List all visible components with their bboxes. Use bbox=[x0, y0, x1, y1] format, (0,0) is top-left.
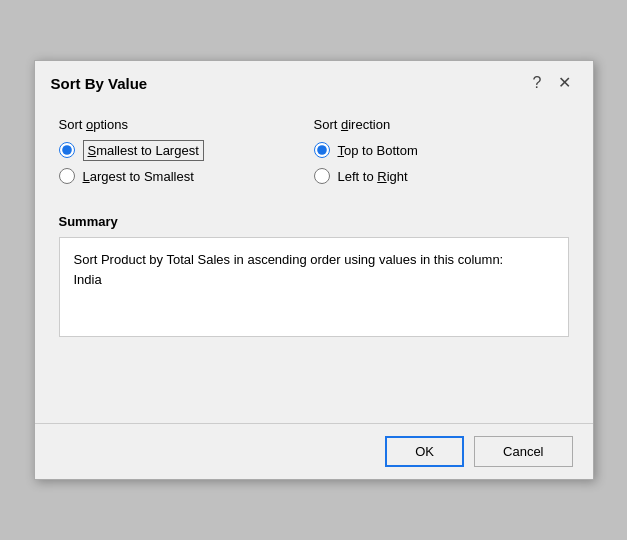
radio-largest-to-smallest-input[interactable] bbox=[59, 168, 75, 184]
cancel-button[interactable]: Cancel bbox=[474, 436, 572, 467]
radio-smallest-to-largest-input[interactable] bbox=[59, 142, 75, 158]
sort-options-group: Sort options Smallest to Largest Largest… bbox=[59, 117, 314, 194]
sort-options-label: Sort options bbox=[59, 117, 314, 132]
help-button[interactable]: ? bbox=[527, 73, 548, 93]
radio-top-to-bottom-input[interactable] bbox=[314, 142, 330, 158]
ok-button[interactable]: OK bbox=[385, 436, 464, 467]
left-to-right-label: Left to Right bbox=[338, 169, 408, 184]
radio-left-to-right[interactable]: Left to Right bbox=[314, 168, 569, 184]
dialog-title: Sort By Value bbox=[51, 75, 148, 92]
sort-direction-group: Sort direction Top to Bottom Left to Rig… bbox=[314, 117, 569, 194]
radio-left-to-right-input[interactable] bbox=[314, 168, 330, 184]
radio-top-to-bottom[interactable]: Top to Bottom bbox=[314, 142, 569, 158]
sort-direction-label: Sort direction bbox=[314, 117, 569, 132]
radio-smallest-to-largest[interactable]: Smallest to Largest bbox=[59, 142, 314, 158]
radio-largest-to-smallest[interactable]: Largest to Smallest bbox=[59, 168, 314, 184]
title-bar: Sort By Value ? ✕ bbox=[35, 61, 593, 101]
dialog-body: Sort options Smallest to Largest Largest… bbox=[35, 101, 593, 423]
title-bar-controls: ? ✕ bbox=[527, 73, 577, 93]
summary-label: Summary bbox=[59, 214, 569, 229]
top-to-bottom-label: Top to Bottom bbox=[338, 143, 418, 158]
sort-by-value-dialog: Sort By Value ? ✕ Sort options Smallest … bbox=[34, 60, 594, 480]
summary-box: Sort Product by Total Sales in ascending… bbox=[59, 237, 569, 337]
summary-text: Sort Product by Total Sales in ascending… bbox=[74, 252, 504, 267]
summary-section: Summary Sort Product by Total Sales in a… bbox=[59, 214, 569, 337]
smallest-to-largest-label: Smallest to Largest bbox=[83, 143, 204, 158]
summary-value: India bbox=[74, 272, 102, 287]
largest-to-smallest-label: Largest to Smallest bbox=[83, 169, 194, 184]
dialog-footer: OK Cancel bbox=[35, 424, 593, 479]
close-button[interactable]: ✕ bbox=[552, 73, 577, 93]
options-row: Sort options Smallest to Largest Largest… bbox=[59, 117, 569, 194]
